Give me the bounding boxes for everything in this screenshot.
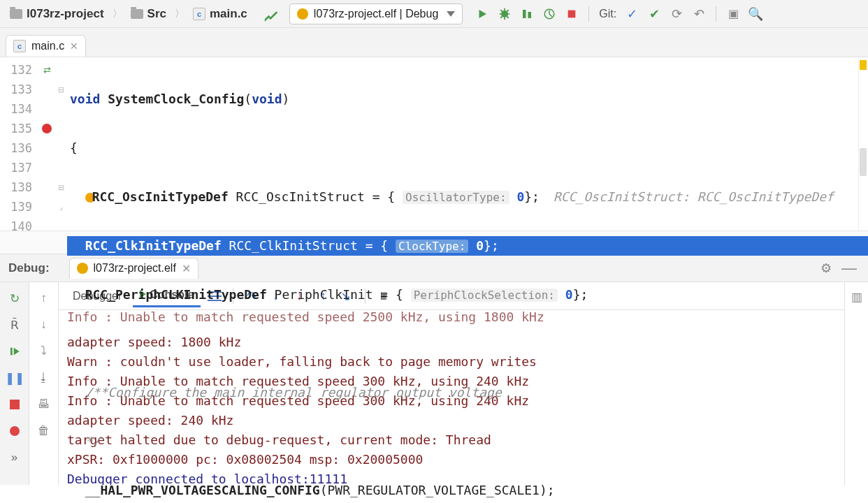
recursion-icon: ⇄: [43, 65, 51, 75]
git-label: Git:: [599, 8, 616, 20]
gutter-line-numbers: 132 133 134 135 136 137 138 139 140: [0, 57, 39, 231]
editor-tab-label: main.c: [31, 40, 64, 52]
git-revert-button[interactable]: ↶: [689, 4, 709, 24]
folder-icon: [10, 9, 22, 19]
debug-button[interactable]: [495, 4, 514, 24]
restart-frame-button[interactable]: ⤵: [35, 342, 53, 360]
elf-icon: [77, 263, 88, 274]
inlay-hint: OscillatorType:: [403, 191, 509, 204]
delete-button[interactable]: 🗑: [35, 422, 53, 440]
c-file-icon: c: [13, 40, 26, 52]
chevron-right-icon: 〉: [173, 8, 186, 20]
debug-left-toolbar: ↻ R̄ ❚❚ »: [0, 282, 29, 485]
more-button[interactable]: »: [6, 449, 24, 467]
chevron-down-icon: [447, 11, 455, 17]
stop-button[interactable]: [562, 4, 581, 24]
code-line: /**Configure the main internal regulator…: [67, 383, 868, 402]
gutter-markers: ⇄: [39, 57, 55, 231]
line-number: 132: [0, 60, 39, 80]
breadcrumb-project-label: l073rz-project: [27, 7, 104, 21]
code-line: void SystemClock_Config(void): [67, 89, 868, 109]
code-editor[interactable]: 132 133 134 135 136 137 138 139 140 ⇄ ⊟ …: [0, 57, 868, 231]
print-button[interactable]: 🖶: [35, 395, 53, 414]
fold-toggle[interactable]: ⊟: [55, 177, 67, 197]
breadcrumb-project[interactable]: l073rz-project: [6, 6, 108, 22]
breadcrumb-file-label: main.c: [210, 7, 247, 21]
code-line: [67, 334, 868, 353]
code-line: {: [67, 138, 868, 158]
line-number: 137: [0, 158, 39, 177]
rerun-button[interactable]: ↻: [6, 289, 24, 307]
c-file-icon: c: [193, 8, 205, 20]
git-update-button[interactable]: ✓: [622, 4, 642, 24]
code-line: */: [67, 432, 868, 451]
search-everywhere-button[interactable]: 🔍: [746, 4, 765, 24]
code-line: __HAL_PWR_VOLTAGESCALING_CONFIG(PWR_REGU…: [67, 481, 868, 500]
separator: [588, 6, 589, 22]
download-button[interactable]: ⭳: [35, 369, 53, 387]
line-number: 138: [0, 177, 39, 197]
line-number: 134: [0, 99, 39, 119]
warning-marker[interactable]: [860, 60, 867, 70]
profile-button[interactable]: [540, 4, 559, 24]
svg-rect-2: [568, 10, 576, 17]
debug-frame-toolbar: ↑ ↓ ⤵ ⭳ 🖶 🗑: [29, 282, 59, 485]
folder-icon: [131, 9, 143, 19]
view-breakpoints-button[interactable]: [6, 422, 24, 440]
inline-debug-value: RCC_OscInitStruct: RCC_OscInitTypeDef: [540, 189, 834, 204]
run-button[interactable]: [472, 4, 492, 24]
debug-title: Debug:: [8, 261, 50, 275]
line-number: 139: [0, 197, 39, 217]
editor-tab-main-c[interactable]: c main.c ✕: [6, 35, 86, 57]
breadcrumb-folder[interactable]: Src: [126, 6, 171, 22]
pause-button[interactable]: ❚❚: [6, 369, 24, 387]
code-line: RCC_PeriphCLKInitTypeDef PeriphClkInit =…: [67, 285, 868, 305]
code-area[interactable]: void SystemClock_Config(void) { RCC_OscI…: [67, 57, 868, 231]
line-number: 140: [0, 217, 39, 236]
rerun-failed-button[interactable]: R̄: [6, 316, 24, 334]
inlay-hint: PeriphClockSelection:: [411, 289, 558, 302]
line-number: 133: [0, 80, 39, 99]
breadcrumb-file[interactable]: c main.c: [189, 6, 252, 22]
svg-rect-4: [10, 400, 20, 409]
git-history-button[interactable]: ⟳: [667, 4, 686, 24]
frame-down-button[interactable]: ↓: [35, 316, 53, 334]
svg-rect-3: [10, 348, 13, 356]
separator: [716, 6, 716, 22]
console-line: Info : Unable to match requested speed 2…: [67, 310, 836, 327]
breakpoint-icon[interactable]: [42, 124, 52, 133]
error-stripe[interactable]: [858, 57, 868, 231]
stop-debug-button[interactable]: [6, 395, 24, 414]
resume-button[interactable]: [6, 342, 24, 360]
run-config-selector[interactable]: l073rz-project.elf | Debug: [289, 3, 463, 24]
git-commit-button[interactable]: ✔: [644, 4, 664, 24]
top-toolbar: l073rz-project 〉 Src 〉 c main.c l073rz-p…: [0, 0, 868, 28]
code-line: RCC_OscInitTypeDef RCC_OscInitStruct = {…: [67, 187, 868, 207]
build-button[interactable]: [261, 4, 281, 24]
elf-icon: [297, 8, 308, 20]
line-number: 136: [0, 138, 39, 158]
code-line-current: RCC_ClkInitTypeDef RCC_ClkInitStruct = {…: [67, 236, 868, 256]
gutter-fold: ⊟ ⊟ ⌟: [55, 57, 67, 231]
coverage-button[interactable]: [517, 4, 537, 24]
editor-tabs-bar: c main.c ✕: [0, 28, 868, 57]
chevron-right-icon: 〉: [111, 8, 124, 20]
inlay-hint: ClockType:: [396, 240, 468, 253]
frame-up-button[interactable]: ↑: [35, 289, 53, 307]
fold-end: ⌟: [55, 197, 67, 217]
run-config-label: l073rz-project.elf | Debug: [314, 8, 438, 20]
close-icon[interactable]: ✕: [70, 41, 78, 52]
scroll-thumb[interactable]: [860, 148, 867, 176]
line-number: 135: [0, 119, 39, 138]
layout-button[interactable]: ▣: [723, 4, 743, 24]
fold-toggle[interactable]: ⊟: [55, 80, 67, 99]
breadcrumb-folder-label: Src: [147, 7, 166, 21]
